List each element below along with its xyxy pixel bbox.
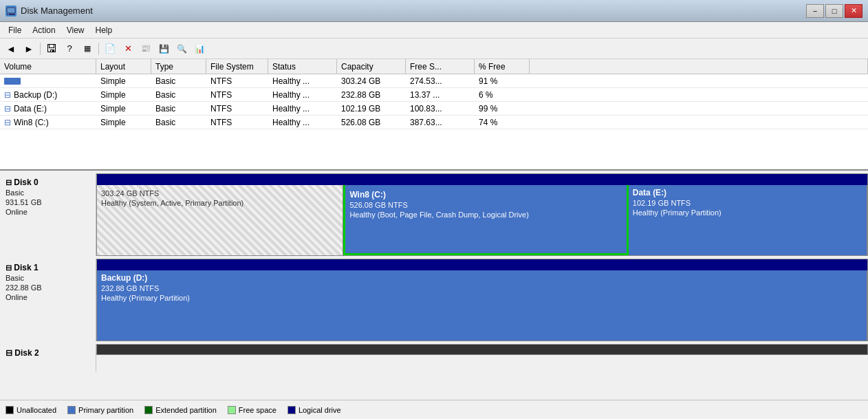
window-controls[interactable]: − □ ✕ [806, 4, 862, 18]
menu-action[interactable]: Action [27, 24, 61, 36]
table-cell: 13.37 ... [406, 89, 475, 100]
table-header: Volume Layout Type File System Status Ca… [0, 59, 868, 74]
table-cell: NTFS [206, 103, 268, 114]
legend-primary: Primary partition [67, 406, 133, 414]
partition-0-1-name: Win8 (C:) [349, 190, 622, 200]
partition-0-0-size: 303.24 GB NTFS [101, 189, 338, 197]
disk-2-name: ⊟ Disk 2 [6, 348, 90, 358]
disk-2-label: ⊟ Disk 2 [0, 344, 96, 372]
col-layout[interactable]: Layout [96, 59, 151, 74]
disk-0-header-bar [97, 174, 867, 185]
table-cell: 100.83... [406, 103, 475, 114]
title-bar-left: Disk Management [6, 6, 93, 17]
table-row[interactable]: SimpleBasicNTFSHealthy ...303.24 GB274.5… [0, 74, 868, 88]
table-cell: Healthy ... [268, 89, 337, 100]
table-cell: Basic [151, 117, 206, 128]
partition-1-0-size: 232.88 GB NTFS [101, 284, 862, 292]
legend-logical: Logical drive [287, 406, 341, 414]
table-cell: Basic [151, 103, 206, 114]
disk-0-partition-2[interactable]: Data (E:) 102.19 GB NTFS Healthy (Primar… [629, 174, 867, 255]
toolbar-separator-1 [40, 43, 41, 55]
disk-0-name: ⊟ Disk 0 [6, 178, 90, 187]
disk-0-type: Basic [6, 189, 90, 197]
menu-file[interactable]: File [3, 24, 27, 36]
disk-map-container: ⊟ Disk 0 Basic 931.51 GB Online 303.24 G… [0, 171, 868, 400]
svg-point-2 [8, 14, 9, 15]
col-status[interactable]: Status [268, 59, 337, 74]
table-row[interactable]: ⊟Win8 (C:)SimpleBasicNTFSHealthy ...526.… [0, 116, 868, 129]
menu-help[interactable]: Help [90, 24, 118, 36]
table-row[interactable]: ⊟Backup (D:)SimpleBasicNTFSHealthy ...23… [0, 88, 868, 102]
col-pctfree[interactable]: % Free [475, 59, 530, 74]
svg-rect-0 [7, 8, 15, 13]
table-cell: 102.19 GB [337, 103, 406, 114]
disk-0-partitions: 303.24 GB NTFS Healthy (System, Active, … [96, 173, 868, 256]
toolbar: ◄ ► 🖫 ? ▦ 📄 ✕ 📰 💾 🔍 📊 [0, 39, 868, 59]
new-button[interactable]: 📄 [102, 41, 118, 56]
maximize-button[interactable]: □ [825, 4, 843, 18]
menu-bar: File Action View Help [0, 22, 868, 39]
legend-free-label: Free space [239, 406, 276, 414]
disk-0-status: Online [6, 208, 90, 216]
scrollbar-area: ⊟ Disk 0 Basic 931.51 GB Online 303.24 G… [0, 171, 868, 400]
legend-free: Free space [228, 406, 276, 414]
col-filesystem[interactable]: File System [206, 59, 268, 74]
table-cell [0, 76, 96, 87]
back-button[interactable]: ◄ [3, 41, 19, 56]
legend-free-box [228, 406, 236, 414]
table-cell: Healthy ... [268, 117, 337, 128]
table-cell: Simple [96, 117, 151, 128]
window-title: Disk Management [21, 6, 93, 16]
minimize-button[interactable]: − [806, 4, 824, 18]
partition-0-1-size: 526.08 GB NTFS [349, 201, 622, 209]
disk-1-name: ⊟ Disk 1 [6, 263, 90, 272]
disk-1-row: ⊟ Disk 1 Basic 232.88 GB Online Backup (… [0, 259, 868, 341]
disk-0-partition-1[interactable]: Win8 (C:) 526.08 GB NTFS Healthy (Boot, … [343, 174, 628, 255]
partition-0-2-size: 102.19 GB NTFS [633, 199, 862, 207]
legend-primary-label: Primary partition [78, 406, 133, 414]
disk-0-partition-0[interactable]: 303.24 GB NTFS Healthy (System, Active, … [97, 174, 343, 255]
disk-map-scroll[interactable]: ⊟ Disk 0 Basic 931.51 GB Online 303.24 G… [0, 171, 868, 400]
disk-1-status: Online [6, 293, 90, 301]
delete-button[interactable]: ✕ [120, 41, 136, 56]
disk-1: ⊟ Disk 1 Basic 232.88 GB Online Backup (… [0, 259, 868, 341]
table-cell: 526.08 GB [337, 117, 406, 128]
col-volume[interactable]: Volume [0, 59, 96, 74]
chart-button[interactable]: 📊 [191, 41, 208, 56]
save-button[interactable]: 💾 [155, 41, 172, 56]
title-bar: Disk Management − □ ✕ [0, 0, 868, 22]
disk-0-label: ⊟ Disk 0 Basic 931.51 GB Online [0, 173, 96, 256]
col-capacity[interactable]: Capacity [337, 59, 406, 74]
disk-0: ⊟ Disk 0 Basic 931.51 GB Online 303.24 G… [0, 173, 868, 256]
disk-1-partition-0[interactable]: Backup (D:) 232.88 GB NTFS Healthy (Prim… [97, 259, 867, 341]
view-button[interactable]: ▦ [79, 41, 96, 56]
disk-1-label: ⊟ Disk 1 Basic 232.88 GB Online [0, 259, 96, 341]
disk-map-body: ⊟ Disk 0 Basic 931.51 GB Online 303.24 G… [0, 173, 868, 341]
legend-logical-box [287, 406, 296, 414]
disk-1-partitions: Backup (D:) 232.88 GB NTFS Healthy (Prim… [96, 259, 868, 341]
table-cell: Simple [96, 76, 151, 87]
format-button[interactable]: 📰 [138, 41, 154, 56]
table-row[interactable]: ⊟Data (E:)SimpleBasicNTFSHealthy ...102.… [0, 102, 868, 116]
table-cell: Basic [151, 76, 206, 87]
legend-extended-box [144, 406, 153, 414]
table-cell: NTFS [206, 117, 268, 128]
help-button[interactable]: ? [61, 41, 78, 56]
table-cell: 6 % [475, 89, 530, 100]
partition-0-0-status: Healthy (System, Active, Primary Partiti… [101, 199, 338, 207]
close-button[interactable]: ✕ [845, 4, 862, 18]
forward-button[interactable]: ► [21, 41, 37, 56]
table-cell: 303.24 GB [337, 76, 406, 87]
disk-1-size: 232.88 GB [6, 283, 90, 292]
properties-button[interactable]: 🖫 [43, 41, 60, 56]
legend-unallocated-box [6, 406, 14, 414]
table-cell: ⊟Backup (D:) [0, 89, 96, 100]
menu-view[interactable]: View [61, 24, 90, 36]
legend-unallocated-label: Unallocated [17, 406, 56, 414]
legend-extended-label: Extended partition [155, 406, 217, 414]
col-type[interactable]: Type [151, 59, 206, 74]
search-button[interactable]: 🔍 [173, 41, 190, 56]
table-cell: ⊟Data (E:) [0, 103, 96, 114]
col-frees[interactable]: Free S... [406, 59, 475, 74]
table-cell: Healthy ... [268, 76, 337, 87]
